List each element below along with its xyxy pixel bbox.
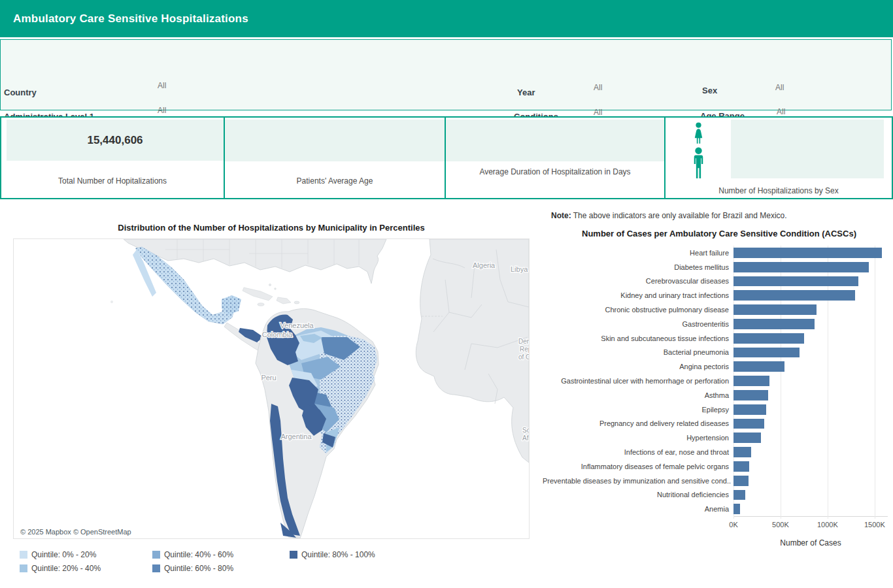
bar[interactable] [733,319,815,329]
map-title: Distribution of the Number of Hospitaliz… [13,223,530,233]
filter-value-admin1[interactable]: All [158,106,166,115]
chart-row: Diabetes mellitus [543,260,888,274]
note: Note: The above indicators are only avai… [551,211,787,220]
map-canvas[interactable]: Algeria Libya Demo Rep of C So Afr Venez… [13,238,530,539]
legend-swatch[interactable] [20,564,27,572]
category-label: Preventable diseases by immunization and… [543,477,733,485]
bar-track [733,488,888,502]
bar[interactable] [733,290,855,301]
kpi-card-average-duration: Average Duration of Hospitalization in D… [445,116,666,199]
filter-value-conditions[interactable]: All [594,108,602,117]
bar[interactable] [733,348,800,358]
kpi-total-value: 15,440,606 [87,134,143,147]
category-label: Cerebrovascular diseases [543,277,733,285]
male-icon [690,146,707,179]
filter-value-age-range[interactable]: All [777,107,785,116]
bar[interactable] [733,248,882,258]
bar[interactable] [733,390,768,400]
bar-track [733,317,888,331]
bar-track [733,359,888,374]
legend-swatch[interactable] [20,551,27,559]
kpi-value-area [446,120,664,161]
category-label: Bacterial pneumonia [543,348,733,356]
kpi-average-duration-label: Average Duration of Hospitalization in D… [446,167,664,176]
bar-track [733,388,888,402]
category-label: Heart failure [543,249,733,257]
chart-row: Hypertension [543,431,888,445]
filter-value-country[interactable]: All [158,81,166,90]
bar[interactable] [733,419,764,429]
bar[interactable] [733,376,769,386]
map-label-drc-3: of C [518,353,529,361]
bar[interactable] [733,504,740,514]
choropleth-map[interactable]: Algeria Libya Demo Rep of C So Afr Venez… [14,239,529,538]
bar-track [733,346,888,360]
note-text: The above indicators are only available … [571,211,787,220]
bar[interactable] [733,461,749,472]
category-label: Skin and subcutaneous tissue infections [543,335,733,342]
chart-row: Kidney and urinary tract infections [543,288,888,302]
legend-label: Quintile: 40% - 60% [164,550,233,559]
map-label-southafrica-1: So [522,427,529,434]
category-label: Nutritional deficiencies [543,491,733,498]
bar[interactable] [733,304,817,315]
legend-swatch[interactable] [290,551,297,559]
map-label-southafrica-2: Afr [522,434,529,442]
kpi-card-hospitalizations-by-sex: Number of Hospitalizations by Sex [664,116,893,199]
bar-track [733,402,888,417]
bar[interactable] [733,361,784,372]
bar[interactable] [733,262,869,272]
bar[interactable] [733,447,751,457]
map-label-libya: Libya [511,265,528,273]
x-tick-label: 500K [772,521,789,529]
bar-track [733,274,888,289]
filter-value-year[interactable]: All [594,83,602,92]
bar-track [733,459,888,474]
chart-row: Chronic obstructive pulmonary disease [543,302,888,317]
x-tick-label: 0K [729,521,737,529]
legend-label: Quintile: 20% - 40% [31,564,101,573]
bar-track [733,331,888,346]
category-label: Epilepsy [543,406,733,414]
female-icon [691,122,706,144]
bar[interactable] [733,333,804,344]
bar[interactable] [733,404,766,415]
legend-swatch[interactable] [152,551,160,559]
chart-row: Asthma [543,388,888,402]
chart-row: Angina pectoris [543,359,888,374]
chart-row: Cerebrovascular diseases [543,274,888,289]
legend-item: Quintile: 20% - 40% [20,561,152,575]
category-label: Inflammatory diseases of female pelvic o… [543,463,733,470]
filter-value-sex[interactable]: All [775,83,784,92]
bar[interactable] [733,276,858,287]
x-axis: 0K500K1000K1500K [733,519,888,531]
kpi-card-total-hospitalizations: 15,440,606 Total Number of Hopitalizatio… [0,116,225,199]
kpi-value-area: 15,440,606 [7,120,224,161]
map-label-venezuela: Venezuela [280,321,314,329]
filter-label-sex: Sex [702,86,717,95]
chart-row: Epilepsy [543,402,888,417]
kpi-band: 15,440,606 Total Number of Hopitalizatio… [0,116,893,199]
legend-item: Quintile: 60% - 80% [152,561,290,575]
legend-swatch[interactable] [152,564,160,572]
bar-track [733,474,888,488]
category-label: Asthma [543,391,733,399]
chart-row: Pregnancy and delivery related diseases [543,417,888,431]
map-label-drc-1: Demo [518,338,529,345]
kpi-value-area [225,120,445,161]
chart-row: Anemia [543,502,888,516]
kpi-by-sex-label: Number of Hospitalizations by Sex [666,186,892,195]
x-axis-title: Number of Cases [733,538,888,547]
bar-track [733,374,888,388]
map-label-colombia: Colombia [262,331,293,338]
x-tick-label: 1500K [864,521,885,529]
chart-row: Nutritional deficiencies [543,488,888,502]
category-label: Hypertension [543,434,733,442]
filter-panel: Country All Administrative Level 1 All A… [0,39,892,110]
bar[interactable] [733,490,745,500]
map-label-algeria: Algeria [473,261,496,269]
chart-row: Gastroenteritis [543,317,888,331]
bar[interactable] [733,476,749,486]
bar-chart-title: Number of Cases per Ambulatory Care Sens… [547,229,892,238]
bar[interactable] [733,433,761,443]
